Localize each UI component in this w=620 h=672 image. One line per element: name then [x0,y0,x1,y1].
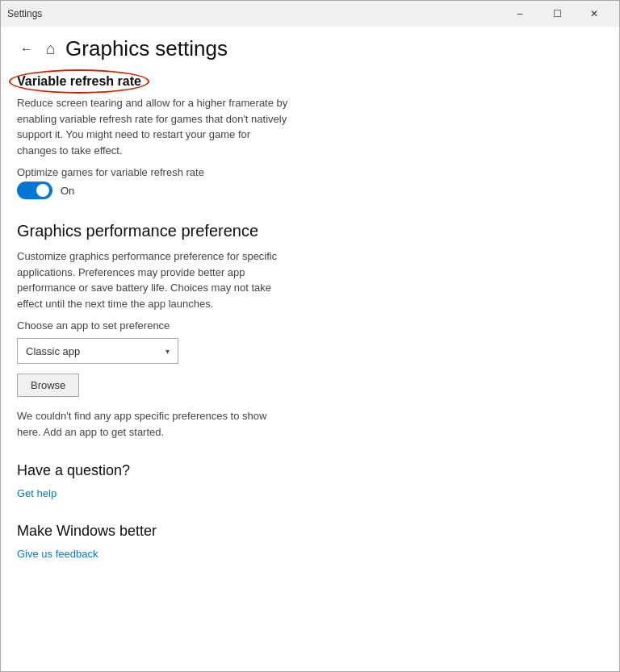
toggle-slider [17,182,52,199]
toggle-row: On [17,182,603,199]
toggle-switch[interactable] [17,182,52,199]
content-area: ← ⌂ Graphics settings Variable refresh r… [1,27,619,671]
page-header: ← ⌂ Graphics settings [17,27,603,74]
minimize-button[interactable]: – [501,1,538,27]
title-bar: Settings – ☐ ✕ [1,1,619,27]
help-section-title: Have a question? [17,462,603,479]
graphics-perf-section: Graphics performance preference Customiz… [17,222,603,440]
variable-refresh-rate-section: Variable refresh rate Reduce screen tear… [17,74,603,199]
window-controls: – ☐ ✕ [501,1,613,27]
graphics-perf-description: Customize graphics performance preferenc… [17,248,291,311]
page-title: Graphics settings [65,36,228,61]
chevron-down-icon: ▾ [165,347,170,356]
close-button[interactable]: ✕ [576,1,613,27]
back-button[interactable]: ← [17,39,36,60]
dropdown-value: Classic app [26,345,80,357]
graphics-perf-title: Graphics performance preference [17,222,603,240]
toggle-state-label: On [61,185,74,197]
choose-app-label: Choose an app to set preference [17,319,603,332]
section-title-highlighted: Variable refresh rate [17,74,141,89]
variable-refresh-rate-description: Reduce screen tearing and allow for a hi… [17,95,291,158]
home-icon: ⌂ [46,40,56,58]
feedback-section: Make Windows better Give us feedback [17,523,603,561]
give-feedback-link[interactable]: Give us feedback [17,548,98,560]
variable-refresh-rate-title: Variable refresh rate [17,74,141,89]
no-app-text: We couldn't find any app specific prefer… [17,408,291,440]
window-title: Settings [7,8,42,19]
app-type-dropdown[interactable]: Classic app ▾ [17,338,178,364]
maximize-button[interactable]: ☐ [538,1,576,27]
feedback-section-title: Make Windows better [17,523,603,540]
browse-button[interactable]: Browse [17,374,79,397]
get-help-link[interactable]: Get help [17,487,57,499]
main-content: ← ⌂ Graphics settings Variable refresh r… [1,27,619,671]
optimize-label: Optimize games for variable refresh rate [17,166,603,178]
help-section: Have a question? Get help [17,462,603,500]
window: Settings – ☐ ✕ ← ⌂ Graphics settings Var… [0,0,620,672]
